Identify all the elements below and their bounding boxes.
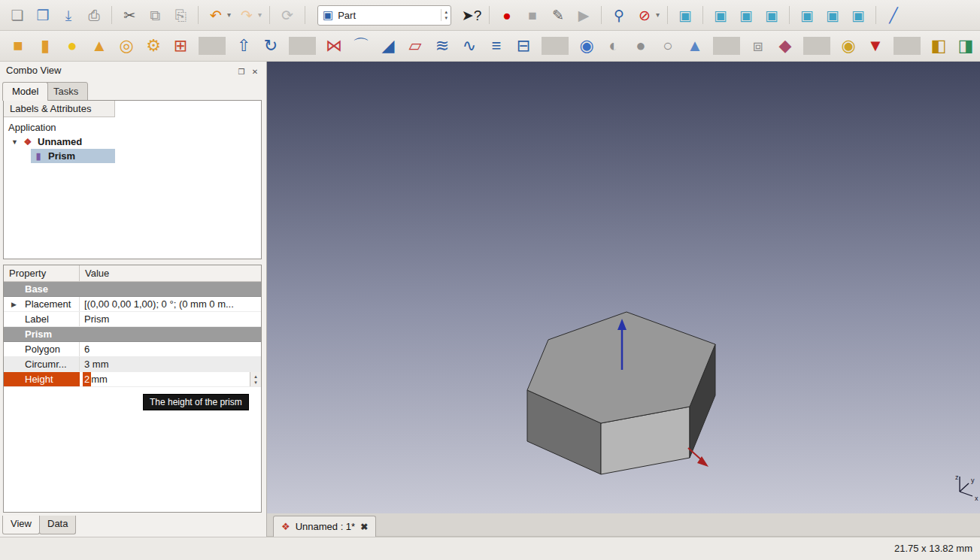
model-tree: Labels & Attributes Application ▼ ❖ Unna… [3, 100, 262, 259]
macro-play-icon[interactable]: ▶ [571, 3, 596, 27]
property-group-base[interactable]: Base [4, 282, 261, 297]
explode-compound-icon[interactable]: ◆ [772, 34, 799, 58]
workbench-selector[interactable]: ▣ Part ▴ ▾ [317, 5, 451, 26]
view-left-icon[interactable]: ▣ [845, 3, 871, 27]
view-right-icon[interactable]: ▣ [759, 3, 784, 27]
print-icon[interactable]: ⎙ [81, 3, 107, 27]
boolean-icon[interactable]: ◉ [573, 34, 600, 58]
sweep-icon[interactable]: ∿ [456, 34, 483, 58]
spinner-up-icon[interactable]: ▴ [444, 9, 448, 15]
tab-tasks[interactable]: Tasks [44, 82, 88, 101]
draw-style-dropdown-icon[interactable]: ▾ [653, 3, 663, 27]
redo-dropdown-icon[interactable]: ▾ [255, 3, 265, 27]
property-group-prism[interactable]: Prism [4, 327, 261, 342]
separator [542, 37, 569, 55]
chamfer-icon[interactable]: ◢ [375, 34, 402, 58]
separator [305, 6, 305, 24]
property-row-placement[interactable]: ▶Placement [(0,00 0,00 1,00); 0 °; (0 mm… [4, 297, 261, 312]
view-rear-icon[interactable]: ▣ [794, 3, 820, 27]
close-document-icon[interactable]: ✖ [360, 522, 368, 532]
expander-icon[interactable]: ▼ [11, 138, 22, 146]
axis-label-y: y [971, 477, 975, 484]
save-icon[interactable]: ⤓ [56, 3, 81, 27]
view-top-icon[interactable]: ▣ [733, 3, 759, 27]
macro-record-icon[interactable]: ● [494, 3, 520, 27]
height-value-field[interactable]: 2 mm ▴ ▾ [80, 372, 261, 386]
height-spinner[interactable]: ▴ ▾ [250, 372, 261, 386]
whats-this-icon[interactable]: ➤? [459, 3, 484, 27]
paste-icon[interactable]: ⎘ [168, 3, 193, 27]
primitives-icon[interactable]: ⚙ [140, 34, 167, 58]
revolve-icon[interactable]: ↻ [257, 34, 284, 58]
measure-icon[interactable]: ╱ [881, 3, 906, 27]
cut-icon[interactable]: ✂ [117, 3, 142, 27]
property-row-label[interactable]: Label Prism [4, 312, 261, 327]
property-value[interactable]: 6 [80, 342, 261, 356]
extrude-icon[interactable]: ⇧ [230, 34, 257, 58]
panel-title: Combo View [6, 65, 61, 76]
tree-item-document[interactable]: ▼ ❖ Unnamed [4, 135, 261, 149]
open-folder-icon[interactable]: ❒ [30, 3, 56, 27]
tab-data[interactable]: Data [39, 516, 76, 534]
file-edit-toolbar-group: ❏ ❒ ⤓ ⎙ ✂ ⧉ ⎘ ↶ ▾ ↷ ▾ ⟳ [5, 0, 310, 30]
cross-sections-icon[interactable]: ⊟ [510, 34, 537, 58]
check-geometry-icon[interactable]: ◉ [835, 34, 862, 58]
box-icon[interactable]: ■ [5, 34, 32, 58]
macro-stop-icon[interactable]: ■ [520, 3, 545, 27]
intersection-icon[interactable]: ○ [654, 34, 681, 58]
mirror-icon[interactable]: ⋈ [320, 34, 347, 58]
document-tab-label: Unnamed : 1* [296, 521, 356, 532]
property-row-circumradius[interactable]: Circumr... 3 mm [4, 357, 261, 372]
copy-icon[interactable]: ⧉ [142, 3, 168, 27]
sphere-icon[interactable]: ● [59, 34, 86, 58]
cone-icon[interactable]: ▲ [86, 34, 113, 58]
tree-item-prism[interactable]: ▮ Prism [31, 149, 115, 163]
spinner-down-icon[interactable]: ▾ [444, 15, 448, 21]
3d-viewport[interactable]: z y x [267, 62, 980, 513]
shape-builder-icon[interactable]: ⊞ [167, 34, 194, 58]
ruled-surface-icon[interactable]: ▱ [402, 34, 429, 58]
tab-model[interactable]: Model [2, 82, 48, 101]
property-value[interactable]: 3 mm [80, 357, 261, 371]
undo-dropdown-icon[interactable]: ▾ [224, 3, 234, 27]
slice-apart-icon[interactable]: ◨ [952, 34, 979, 58]
spinner-down-icon[interactable]: ▾ [254, 380, 257, 386]
view-axonometric-icon[interactable]: ▣ [672, 3, 698, 27]
view-front-icon[interactable]: ▣ [708, 3, 733, 27]
tree-item-label: Unnamed [38, 136, 82, 147]
tree-root-application[interactable]: Application [4, 120, 261, 135]
property-row-height[interactable]: Height 2 mm ▴ ▾ [4, 372, 261, 387]
loft-icon[interactable]: ≋ [429, 34, 456, 58]
separator [667, 6, 668, 24]
compound-icon[interactable]: ⧈ [745, 34, 772, 58]
cut-boolean-icon[interactable]: ◐ [600, 34, 627, 58]
property-value[interactable]: [(0,00 0,00 1,00); 0 °; (0 mm 0 m... [80, 297, 261, 311]
property-value[interactable]: Prism [80, 312, 261, 326]
separator [894, 37, 921, 55]
workbench-selector-spinner[interactable]: ▴ ▾ [441, 9, 448, 20]
refresh-icon[interactable]: ⟳ [275, 3, 300, 27]
column-header-property[interactable]: Property [4, 265, 80, 281]
section-icon[interactable]: ≡ [483, 34, 510, 58]
new-document-icon[interactable]: ❏ [5, 3, 30, 27]
property-row-polygon[interactable]: Polygon 6 [4, 342, 261, 357]
macro-edit-icon[interactable]: ✎ [545, 3, 571, 27]
cylinder-icon[interactable]: ▮ [32, 34, 59, 58]
close-panel-icon[interactable]: ✕ [250, 66, 260, 77]
spinner-up-icon[interactable]: ▴ [254, 374, 257, 380]
view-bottom-icon[interactable]: ▣ [820, 3, 845, 27]
boolean-fragments-icon[interactable]: ◧ [925, 34, 952, 58]
float-panel-icon[interactable]: ❐ [236, 66, 247, 77]
document-tab-unnamed[interactable]: ❖ Unnamed : 1* ✖ [273, 516, 376, 537]
connect-icon[interactable]: ▲ [681, 34, 708, 58]
axis-label-x: x [975, 495, 978, 502]
fillet-icon[interactable]: ⌒ [347, 34, 375, 58]
expander-icon[interactable]: ▶ [11, 297, 17, 311]
defeaturing-icon[interactable]: ▼ [862, 34, 889, 58]
union-icon[interactable]: ● [627, 34, 654, 58]
tab-view[interactable]: View [2, 516, 40, 534]
torus-icon[interactable]: ◎ [113, 34, 140, 58]
macro-view-toolbar-group: ➤? ● ■ ✎ ▶ ⚲ ⊘ ▾ ▣ ▣ ▣ ▣ [459, 0, 906, 30]
column-header-value[interactable]: Value [80, 265, 261, 281]
zoom-fit-icon[interactable]: ⚲ [606, 3, 632, 27]
